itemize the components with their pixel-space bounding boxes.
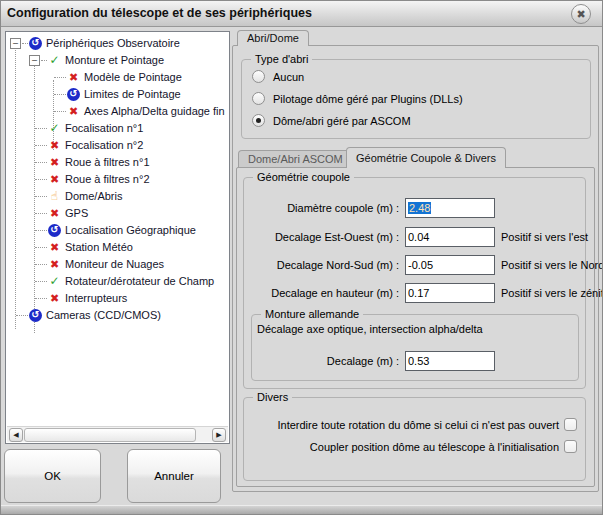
tree-item-label[interactable]: Modèle de Pointage xyxy=(84,69,182,86)
radio-label-3[interactable]: Dôme/abri géré par ASCOM xyxy=(273,115,411,127)
geometry-row-input[interactable]: 2.48 xyxy=(405,198,495,218)
geometry-row-note: Positif si vers le Nord xyxy=(501,255,603,275)
type-abri-group-title: Type d'abri xyxy=(251,53,312,65)
tree-connector-stub xyxy=(54,77,66,78)
monture-description: Décalage axe optique, intersection alpha… xyxy=(257,323,483,335)
cross-icon: ✖ xyxy=(67,105,80,118)
scroll-left-icon[interactable]: ◀ xyxy=(9,428,23,442)
tree-item-label[interactable]: Focalisation n°1 xyxy=(65,120,143,137)
sync-icon: ↺ xyxy=(67,88,80,101)
cross-icon: ✖ xyxy=(48,173,61,186)
tree-item-label[interactable]: Interrupteurs xyxy=(65,290,127,307)
sync-icon: ↺ xyxy=(29,37,42,50)
tree-connector-stub xyxy=(22,43,28,44)
tree-item-label[interactable]: Dome/Abris xyxy=(65,188,122,205)
cross-icon: ✖ xyxy=(48,207,61,220)
cross-icon: ✖ xyxy=(67,71,80,84)
tree-expander-icon[interactable]: – xyxy=(10,38,21,49)
tree-item-label[interactable]: Moniteur de Nuages xyxy=(65,256,164,273)
check-icon: ✓ xyxy=(48,54,61,67)
selected-text: 2.48 xyxy=(408,202,431,214)
geometry-row-note: Positif si vers l'est xyxy=(501,227,588,247)
divers-checkbox-1[interactable] xyxy=(564,418,577,431)
tree-connector-stub xyxy=(35,264,47,265)
tree-item-label[interactable]: GPS xyxy=(65,205,88,222)
geometry-row-input[interactable]: 0.04 xyxy=(405,227,495,247)
tree-item-label[interactable]: Monture et Pointage xyxy=(65,52,164,69)
tree-item-label[interactable]: Station Météo xyxy=(65,239,133,256)
scroll-thumb[interactable] xyxy=(24,428,196,442)
tab-geometrie-coupole[interactable]: Géométrie Coupole & Divers xyxy=(346,147,506,168)
cross-icon: ✖ xyxy=(48,258,61,271)
tree-item-label[interactable]: Rotateur/dérotateur de Champ xyxy=(65,273,214,290)
radio-1[interactable] xyxy=(252,70,265,83)
radio-3[interactable] xyxy=(252,114,265,127)
tree-connector-stub xyxy=(16,315,28,316)
tree-item-label[interactable]: Axes Alpha/Delta guidage fin xyxy=(84,103,225,120)
cancel-button[interactable]: Annuler xyxy=(127,449,221,503)
tree-connector-stub xyxy=(35,162,47,163)
tree-connector-line xyxy=(34,63,35,333)
tab-dome-abri-ascom[interactable]: Dome/Abri ASCOM xyxy=(238,150,353,168)
check-icon: ✓ xyxy=(48,122,61,135)
cross-icon: ✖ xyxy=(48,292,61,305)
tree-connector-stub xyxy=(41,60,47,61)
tree-connector-stub xyxy=(35,128,47,129)
tree-connector-stub xyxy=(35,213,47,214)
tree-item-label[interactable]: Périphériques Observatoire xyxy=(46,35,180,52)
title-bar: Configuration du télescope et de ses pér… xyxy=(1,1,602,27)
decalage-monture-label: Decalage (m) : xyxy=(239,351,399,371)
sync-icon: ↺ xyxy=(29,309,42,322)
window-title: Configuration du télescope et de ses pér… xyxy=(7,1,312,26)
tree-item-label[interactable]: Cameras (CCD/CMOS) xyxy=(46,307,161,324)
ok-button[interactable]: OK xyxy=(4,449,101,503)
tree-connector-stub xyxy=(35,247,47,248)
radio-label-1[interactable]: Aucun xyxy=(273,71,304,83)
geometrie-group-title: Géométrie coupole xyxy=(253,171,354,183)
monture-group-title: Monture allemande xyxy=(261,308,363,320)
tree-connector-stub xyxy=(35,145,47,146)
decalage-monture-input[interactable]: 0.53 xyxy=(405,351,495,371)
divers-row-label: Interdire toute rotation du dôme si celu… xyxy=(199,415,559,435)
geometry-row-label: Decalage Est-Ouest (m) : xyxy=(239,227,399,247)
tab-abri-dome[interactable]: Abri/Dome xyxy=(237,30,309,46)
cross-icon: ✖ xyxy=(48,139,61,152)
tree-item-label[interactable]: Roue à filtres n°1 xyxy=(65,154,150,171)
divers-row-label: Coupler position dôme au télescope à l'i… xyxy=(199,437,559,457)
tree-item-label[interactable]: Limites de Pointage xyxy=(84,86,181,103)
tree-horizontal-scrollbar[interactable]: ◀ ▶ xyxy=(7,426,228,442)
tree-item-label[interactable]: Localisation Géographique xyxy=(65,222,196,239)
geometry-row-input[interactable]: -0.05 xyxy=(405,255,495,275)
tree-connector-stub xyxy=(35,298,47,299)
bottom-strip xyxy=(1,505,602,514)
geometry-row-input[interactable]: 0.17 xyxy=(405,283,495,303)
tree-item-label[interactable]: Roue à filtres n°2 xyxy=(65,171,150,188)
tree-connector-stub xyxy=(35,179,47,180)
geometry-row-label: Diamètre coupole (m) : xyxy=(239,198,399,218)
tree-expander-icon[interactable]: – xyxy=(29,55,40,66)
tree-connector-stub xyxy=(54,94,66,95)
device-tree: –↺Périphériques Observatoire–✓Monture et… xyxy=(5,31,230,444)
radio-2[interactable] xyxy=(252,92,265,105)
divers-checkbox-2[interactable] xyxy=(564,440,577,453)
tree-connector-line xyxy=(15,46,16,329)
tree-item-label[interactable]: Focalisation n°2 xyxy=(65,137,143,154)
cross-icon: ✖ xyxy=(48,241,61,254)
geometry-row-label: Decalage en hauteur (m) : xyxy=(239,283,399,303)
geometry-row-note: Positif si vers le zénith xyxy=(501,283,603,303)
geometry-row-label: Decalage Nord-Sud (m) : xyxy=(239,255,399,275)
tree-connector-stub xyxy=(35,230,47,231)
tree-connector-stub xyxy=(54,111,66,112)
tree-connector-stub xyxy=(35,196,47,197)
hand-icon: ☝ xyxy=(48,190,61,203)
sync-icon: ↺ xyxy=(48,224,61,237)
config-window: Configuration du télescope et de ses pér… xyxy=(0,0,603,515)
cross-icon: ✖ xyxy=(48,156,61,169)
tree-connector-stub xyxy=(35,281,47,282)
radio-label-2[interactable]: Pilotage dôme géré par Plugins (DLLs) xyxy=(273,93,463,105)
close-icon[interactable]: ✖ xyxy=(571,4,591,24)
check-icon: ✓ xyxy=(48,275,61,288)
divers-group-title: Divers xyxy=(253,391,292,403)
